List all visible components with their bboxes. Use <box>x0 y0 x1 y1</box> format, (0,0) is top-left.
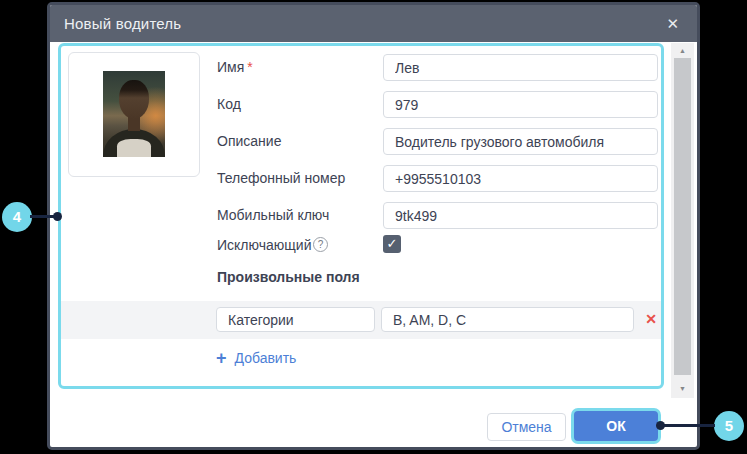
screenshot-canvas: Новый водитель ✕ Имя* Код Описание <box>0 0 747 454</box>
scrollbar-thumb[interactable] <box>674 58 691 375</box>
custom-fields-header: Произвольные поля <box>217 269 360 285</box>
name-label-text: Имя <box>217 59 244 75</box>
phone-label: Телефонный номер <box>217 165 345 192</box>
ok-button[interactable]: ОК <box>574 411 658 441</box>
mobile-key-label: Мобильный ключ <box>217 202 329 229</box>
callout-badge-4: 4 <box>2 202 32 232</box>
name-label: Имя* <box>217 54 253 81</box>
driver-photo-upload[interactable] <box>68 52 200 177</box>
callout-badge-5: 5 <box>714 411 744 441</box>
cancel-button[interactable]: Отмена <box>487 413 566 441</box>
driver-form-area: Имя* Код Описание Телефонный номер Мобил… <box>58 43 664 389</box>
callout-dot-4 <box>53 212 62 221</box>
scrollbar-up-icon[interactable]: ▲ <box>671 43 694 58</box>
excluding-checkbox[interactable]: ✓ <box>383 235 401 253</box>
name-input[interactable] <box>383 54 658 81</box>
delete-custom-field-icon[interactable]: ✕ <box>640 306 662 332</box>
callout-line-5 <box>663 424 715 427</box>
driver-form: Имя* Код Описание Телефонный номер Мобил… <box>61 46 661 386</box>
dialog-title: Новый водитель <box>64 15 181 32</box>
photo-head-shape <box>119 80 149 119</box>
code-label: Код <box>217 91 241 118</box>
help-icon[interactable]: ? <box>313 237 328 252</box>
add-custom-field-button[interactable]: + Добавить <box>216 349 296 367</box>
add-custom-field-label: Добавить <box>235 350 297 366</box>
driver-photo <box>103 71 165 157</box>
excluding-label: Исключающий <box>217 236 311 254</box>
callout-dot-5 <box>656 421 665 430</box>
scrollbar[interactable]: ▲ ▼ <box>671 43 694 398</box>
new-driver-dialog: Новый водитель ✕ Имя* Код Описание <box>47 2 700 450</box>
scrollbar-down-icon[interactable]: ▼ <box>671 381 694 396</box>
description-label: Описание <box>217 128 281 155</box>
code-input[interactable] <box>383 91 658 118</box>
description-input[interactable] <box>383 128 658 155</box>
photo-shirt-shape <box>117 139 151 157</box>
custom-field-name-input[interactable] <box>216 307 375 332</box>
plus-icon: + <box>216 349 227 367</box>
required-asterisk: * <box>247 59 252 75</box>
mobile-key-input[interactable] <box>383 202 658 229</box>
custom-field-value-input[interactable] <box>381 307 634 332</box>
phone-input[interactable] <box>383 165 658 192</box>
dialog-titlebar: Новый водитель ✕ <box>50 5 697 42</box>
close-icon[interactable]: ✕ <box>662 14 683 33</box>
custom-field-row: ✕ <box>61 301 661 339</box>
